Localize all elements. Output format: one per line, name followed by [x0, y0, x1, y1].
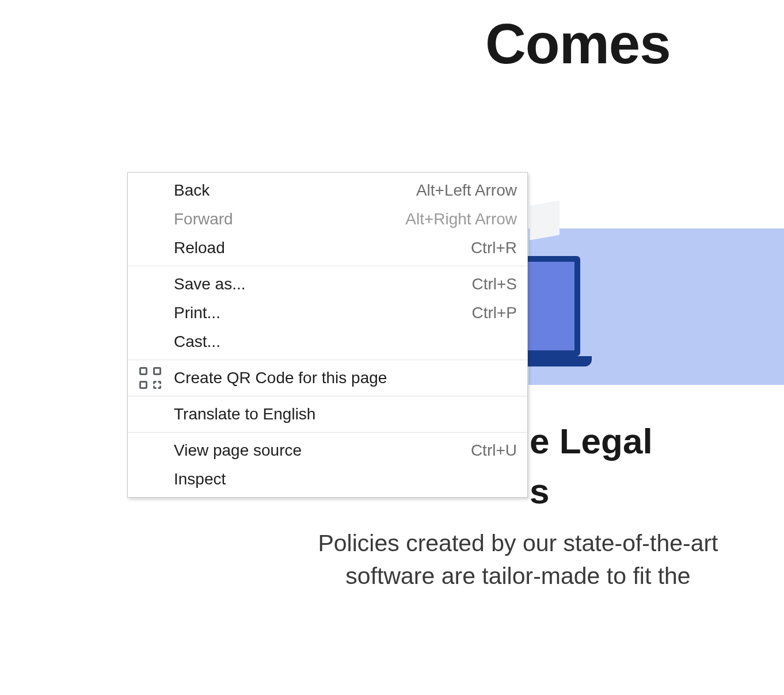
- menu-item-label: Create QR Code for this page: [174, 369, 517, 387]
- menu-item-label: Cast...: [174, 333, 517, 351]
- paper-icon: [530, 200, 560, 240]
- qr-code-icon: [137, 367, 174, 389]
- page-heading: Comes: [485, 12, 671, 77]
- menu-item-shortcut: Alt+Right Arrow: [405, 210, 517, 228]
- menu-item-label: Back: [174, 181, 416, 200]
- menu-item-label: Save as...: [174, 275, 471, 293]
- menu-item-label: Reload: [174, 239, 471, 257]
- section-body-text: Policies created by our state-of-the-art…: [294, 527, 743, 593]
- menu-item-label: Inspect: [174, 470, 517, 488]
- menu-item-back[interactable]: Back Alt+Left Arrow: [128, 176, 527, 205]
- menu-item-qr-code[interactable]: Create QR Code for this page: [128, 364, 527, 392]
- context-menu: Back Alt+Left Arrow Forward Alt+Right Ar…: [127, 172, 528, 498]
- menu-item-view-source[interactable]: View page source Ctrl+U: [128, 436, 527, 465]
- menu-item-print[interactable]: Print... Ctrl+P: [128, 299, 527, 327]
- menu-item-shortcut: Ctrl+S: [471, 275, 517, 293]
- menu-item-inspect[interactable]: Inspect: [128, 465, 527, 494]
- menu-item-shortcut: Ctrl+U: [471, 441, 517, 460]
- menu-item-save-as[interactable]: Save as... Ctrl+S: [128, 270, 527, 299]
- menu-item-label: Translate to English: [174, 405, 517, 423]
- menu-item-label: Forward: [174, 210, 405, 228]
- menu-item-label: View page source: [174, 441, 471, 460]
- menu-item-translate[interactable]: Translate to English: [128, 400, 527, 429]
- menu-item-label: Print...: [174, 304, 471, 322]
- menu-item-reload[interactable]: Reload Ctrl+R: [128, 234, 527, 262]
- menu-item-shortcut: Ctrl+P: [471, 304, 517, 322]
- menu-item-shortcut: Alt+Left Arrow: [416, 181, 517, 200]
- menu-item-cast[interactable]: Cast...: [128, 327, 527, 356]
- menu-item-forward: Forward Alt+Right Arrow: [128, 205, 527, 234]
- menu-item-shortcut: Ctrl+R: [471, 239, 517, 257]
